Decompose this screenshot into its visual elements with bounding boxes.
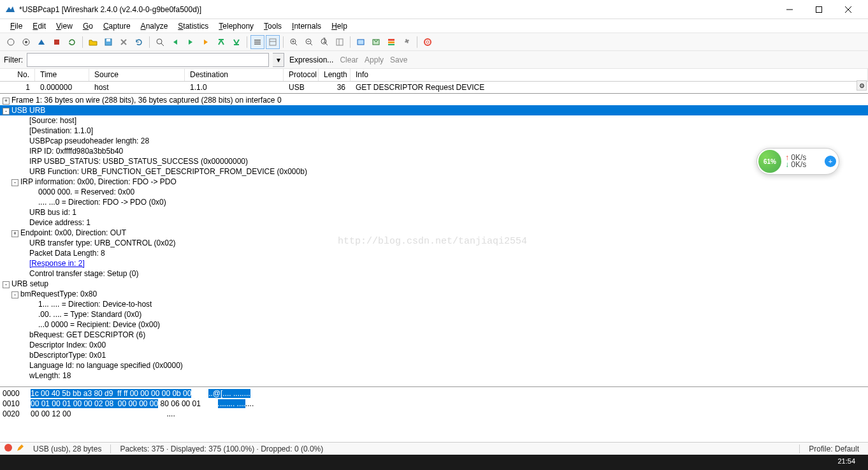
tree-row[interactable]: Control transfer stage: Setup (0) xyxy=(0,268,868,279)
zoom-in-icon[interactable] xyxy=(287,35,301,49)
tree-row[interactable]: URB bus id: 1 xyxy=(0,207,868,217)
tree-row[interactable]: -USB URB xyxy=(0,105,868,115)
col-length[interactable]: Length xyxy=(319,69,351,81)
interfaces-icon[interactable] xyxy=(4,35,18,49)
hex-row[interactable]: 00001c 00 40 5b bb a3 80 d9 ff ff 00 00 … xyxy=(3,388,865,399)
options-icon[interactable] xyxy=(19,35,33,49)
hex-row[interactable]: 002000 00 12 00 .... xyxy=(3,409,865,419)
expert-info-icon[interactable] xyxy=(4,443,13,454)
reload-icon[interactable] xyxy=(132,35,146,49)
column-config-icon[interactable]: ⚙ xyxy=(857,80,867,91)
menu-analyze[interactable]: Analyze xyxy=(136,20,173,32)
tree-toggle-icon[interactable]: - xyxy=(3,281,10,288)
close-button[interactable] xyxy=(834,0,863,19)
find-icon[interactable] xyxy=(153,35,167,49)
tree-row[interactable]: bRequest: GET DESCRIPTOR (6) xyxy=(0,330,868,340)
network-meter-widget[interactable]: 61% ↑ 0K/s ↓ 0K/s + xyxy=(756,148,839,175)
menu-file[interactable]: File xyxy=(5,20,27,32)
save-link[interactable]: Save xyxy=(389,55,409,64)
resize-columns-icon[interactable] xyxy=(333,35,347,49)
col-destination[interactable]: Destination xyxy=(185,69,284,81)
expression-link[interactable]: Expression... xyxy=(288,55,335,64)
restart-capture-icon[interactable] xyxy=(65,35,79,49)
tree-row[interactable]: +Frame 1: 36 bytes on wire (288 bits), 3… xyxy=(0,95,868,105)
menu-help[interactable]: Help xyxy=(326,20,352,32)
tree-row[interactable]: -bmRequestType: 0x80 xyxy=(0,289,868,299)
start-capture-icon[interactable] xyxy=(34,35,48,49)
tree-row[interactable]: URB transfer type: URB_CONTROL (0x02) xyxy=(0,238,868,248)
tree-row[interactable]: USBPcap pseudoheader length: 28 xyxy=(0,136,868,146)
menu-capture[interactable]: Capture xyxy=(98,20,136,32)
tree-toggle-icon[interactable]: - xyxy=(11,179,18,186)
minimize-button[interactable] xyxy=(775,0,804,19)
tree-row[interactable]: [Source: host] xyxy=(0,115,868,126)
hex-row[interactable]: 001000 01 00 01 00 00 02 08 00 00 00 00 … xyxy=(3,399,865,409)
menu-view[interactable]: View xyxy=(51,20,78,32)
save-file-icon[interactable] xyxy=(101,35,115,49)
filter-input[interactable] xyxy=(27,53,269,67)
tree-row[interactable]: ...0 0000 = Recipient: Device (0x00) xyxy=(0,319,868,330)
menu-internals[interactable]: Internals xyxy=(287,20,326,32)
zoom-out-icon[interactable] xyxy=(302,35,316,49)
coloring-rules-icon[interactable] xyxy=(384,35,398,49)
tree-toggle-icon[interactable]: + xyxy=(3,98,10,105)
tree-row[interactable]: Packet Data Length: 8 xyxy=(0,248,868,258)
edit-icon[interactable] xyxy=(17,444,24,453)
auto-scroll-icon[interactable] xyxy=(266,35,280,49)
close-file-icon[interactable] xyxy=(117,35,131,49)
menu-tools[interactable]: Tools xyxy=(259,20,287,32)
capture-filters-icon[interactable] xyxy=(354,35,368,49)
status-profile[interactable]: Profile: Default xyxy=(804,444,864,453)
stop-capture-icon[interactable] xyxy=(50,35,64,49)
tree-row[interactable]: [Response in: 2] xyxy=(0,258,868,268)
go-first-icon[interactable] xyxy=(214,35,228,49)
display-filters-icon[interactable] xyxy=(369,35,383,49)
go-last-icon[interactable] xyxy=(229,35,243,49)
tree-row[interactable]: .00. .... = Type: Standard (0x0) xyxy=(0,309,868,319)
meter-add-icon[interactable]: + xyxy=(825,156,836,167)
tree-row[interactable]: -IRP information: 0x00, Direction: FDO -… xyxy=(0,177,868,187)
tree-toggle-icon[interactable]: - xyxy=(11,291,18,298)
tree-row[interactable]: 1... .... = Direction: Device-to-host xyxy=(0,299,868,309)
col-no[interactable]: No. xyxy=(0,69,35,81)
filter-dropdown[interactable]: ▾ xyxy=(273,53,284,67)
packet-row[interactable]: 1 0.000000 host 1.1.0 USB 36 GET DESCRIP… xyxy=(0,82,868,93)
apply-link[interactable]: Apply xyxy=(363,55,385,64)
tree-toggle-icon[interactable]: - xyxy=(3,108,10,115)
go-back-icon[interactable] xyxy=(168,35,182,49)
open-file-icon[interactable] xyxy=(86,35,100,49)
menu-go[interactable]: Go xyxy=(78,20,98,32)
tree-row[interactable]: [Destination: 1.1.0] xyxy=(0,126,868,136)
clear-link[interactable]: Clear xyxy=(338,55,359,64)
tree-row[interactable]: .... ...0 = Direction: FDO -> PDO (0x0) xyxy=(0,197,868,207)
tree-row[interactable]: +Endpoint: 0x00, Direction: OUT xyxy=(0,228,868,238)
zoom-reset-icon[interactable]: 1 xyxy=(317,35,331,49)
colorize-icon[interactable] xyxy=(250,35,264,49)
tree-row[interactable]: 0000 000. = Reserved: 0x00 xyxy=(0,187,868,197)
tree-row[interactable]: IRP USBD_STATUS: USBD_STATUS_SUCCESS (0x… xyxy=(0,156,868,166)
packet-details[interactable]: +Frame 1: 36 bytes on wire (288 bits), 3… xyxy=(0,94,868,387)
packet-bytes[interactable]: 00001c 00 40 5b bb a3 80 d9 ff ff 00 00 … xyxy=(0,387,868,427)
tree-row[interactable]: wLength: 18 xyxy=(0,371,868,381)
menu-statistics[interactable]: Statistics xyxy=(173,20,213,32)
tree-row[interactable]: IRP ID: 0xffffd980a3bb5b40 xyxy=(0,146,868,156)
go-forward-icon[interactable] xyxy=(184,35,198,49)
tree-row[interactable]: -URB setup xyxy=(0,279,868,289)
tree-row[interactable]: Descriptor Index: 0x00 xyxy=(0,340,868,350)
col-protocol[interactable]: Protocol xyxy=(284,69,319,81)
response-link[interactable]: [Response in: 2] xyxy=(29,259,85,268)
menu-telephony[interactable]: Telephony xyxy=(213,20,259,32)
preferences-icon[interactable] xyxy=(400,35,414,49)
col-info[interactable]: Info xyxy=(351,69,868,81)
tree-row[interactable]: bDescriptorType: 0x01 xyxy=(0,350,868,360)
maximize-button[interactable] xyxy=(804,0,834,19)
tree-row[interactable]: Language Id: no language specified (0x00… xyxy=(0,360,868,371)
tree-toggle-icon[interactable]: + xyxy=(11,230,18,237)
go-to-icon[interactable] xyxy=(199,35,213,49)
col-source[interactable]: Source xyxy=(89,69,185,81)
tree-row[interactable]: Device address: 1 xyxy=(0,217,868,228)
help-icon[interactable] xyxy=(421,35,435,49)
tree-row[interactable]: URB Function: URB_FUNCTION_GET_DESCRIPTO… xyxy=(0,166,868,177)
col-time[interactable]: Time xyxy=(35,69,89,81)
menu-edit[interactable]: Edit xyxy=(27,20,51,32)
